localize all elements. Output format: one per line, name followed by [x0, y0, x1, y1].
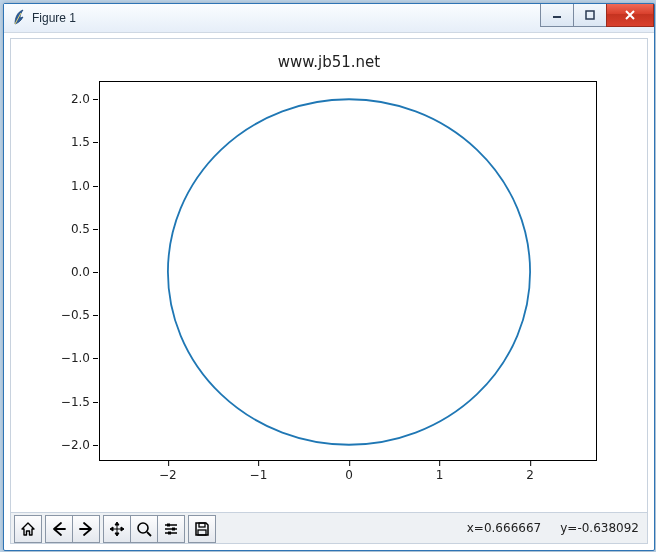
y-tick-label: 1.5	[71, 135, 100, 149]
figure-window: Figure 1 www.jb51.net −2.0−1.5−1.0−0.50.…	[3, 3, 655, 551]
configure-button[interactable]	[157, 515, 185, 543]
svg-point-3	[138, 523, 148, 533]
window-buttons	[541, 4, 654, 26]
cursor-coords: x=0.666667 y=-0.638092	[467, 521, 639, 535]
chart-title: www.jb51.net	[11, 53, 647, 71]
app-icon	[12, 9, 26, 28]
axes: −2.0−1.5−1.0−0.50.00.51.01.52.0−2−1012	[99, 81, 597, 461]
y-tick-label: 0.0	[71, 265, 100, 279]
zoom-icon	[136, 521, 152, 537]
x-tick-label: 1	[436, 460, 444, 482]
svg-rect-6	[172, 528, 175, 531]
svg-rect-8	[199, 523, 205, 527]
y-tick-label: 0.5	[71, 222, 100, 236]
home-icon	[20, 521, 36, 537]
x-tick-label: −2	[159, 460, 177, 482]
y-tick-label: −1.0	[61, 351, 100, 365]
arrow-left-icon	[51, 521, 67, 537]
y-tick-label: −1.5	[61, 395, 100, 409]
arrow-right-icon	[78, 521, 94, 537]
y-tick-label: −2.0	[61, 438, 100, 452]
svg-rect-7	[168, 532, 171, 535]
save-button[interactable]	[188, 515, 216, 543]
maximize-button[interactable]	[573, 4, 607, 27]
data-series-circle	[100, 82, 598, 462]
y-tick-label: −0.5	[61, 308, 100, 322]
move-icon	[109, 521, 125, 537]
back-button[interactable]	[45, 515, 73, 543]
y-tick-label: 2.0	[71, 92, 100, 106]
x-tick-label: 2	[526, 460, 534, 482]
sliders-icon	[163, 521, 179, 537]
titlebar[interactable]: Figure 1	[4, 4, 654, 33]
svg-line-4	[147, 532, 151, 536]
svg-point-2	[168, 99, 530, 444]
window-title: Figure 1	[32, 11, 76, 25]
nav-toolbar: x=0.666667 y=-0.638092	[11, 512, 647, 543]
pan-button[interactable]	[103, 515, 131, 543]
svg-rect-1	[586, 11, 594, 19]
y-tick-label: 1.0	[71, 179, 100, 193]
save-icon	[194, 521, 210, 537]
home-button[interactable]	[14, 515, 42, 543]
close-button[interactable]	[606, 4, 654, 27]
svg-rect-5	[167, 524, 170, 527]
x-tick-label: 0	[345, 460, 353, 482]
plot-canvas[interactable]: www.jb51.net −2.0−1.5−1.0−0.50.00.51.01.…	[11, 39, 647, 513]
minimize-button[interactable]	[540, 4, 574, 27]
forward-button[interactable]	[72, 515, 100, 543]
client-area: www.jb51.net −2.0−1.5−1.0−0.50.00.51.01.…	[10, 38, 648, 544]
zoom-button[interactable]	[130, 515, 158, 543]
x-tick-label: −1	[250, 460, 268, 482]
